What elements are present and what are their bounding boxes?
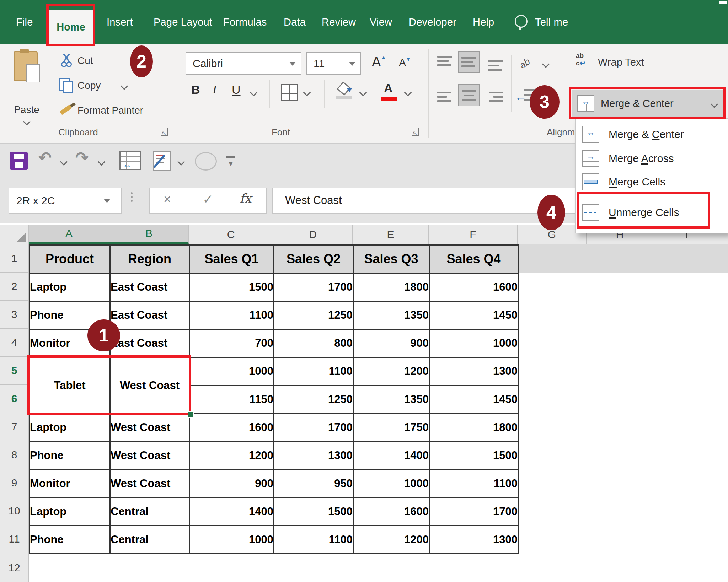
menu-item-merge-cells[interactable]: Merge Cells [576, 171, 728, 193]
cell-E3[interactable]: 1350 [353, 301, 429, 329]
cell-C5[interactable]: 1000 [189, 357, 274, 386]
oval-shape-icon[interactable] [195, 152, 217, 171]
align-center-button[interactable] [459, 85, 479, 106]
enter-icon[interactable]: ✓ [203, 192, 213, 207]
row-header-8[interactable]: 8 [0, 441, 28, 469]
cell-E9[interactable]: 1000 [353, 470, 429, 498]
redo-chevron-icon[interactable] [98, 158, 105, 166]
orientation-button[interactable]: ab [518, 56, 532, 71]
row-header-5[interactable]: 5 [0, 357, 28, 385]
cell-E6[interactable]: 1350 [353, 386, 429, 414]
cell-B7[interactable]: West Coast [110, 414, 189, 442]
menu-item-merge-across[interactable]: → Merge Across [576, 147, 728, 169]
cell-E1[interactable]: Sales Q3 [353, 245, 429, 273]
qat-more-commands-icon[interactable]: ▾ [226, 156, 235, 168]
cell-D3[interactable]: 1250 [274, 301, 353, 329]
row-header-12[interactable]: 12 [0, 553, 28, 582]
italic-button[interactable]: I [213, 83, 216, 96]
cell-C9[interactable]: 900 [189, 470, 274, 498]
font-size-combobox[interactable]: 11 [306, 52, 361, 75]
cell-A10[interactable]: Laptop [30, 498, 110, 526]
edit-form-icon[interactable] [153, 151, 171, 171]
cell-D2[interactable]: 1700 [274, 273, 353, 301]
cell-B4[interactable]: East Coast [110, 329, 189, 357]
cell-B3[interactable]: East Coast [110, 301, 189, 329]
cell-D4[interactable]: 800 [274, 329, 353, 357]
font-dialog-launcher-icon[interactable] [412, 128, 419, 136]
cell-F5[interactable]: 1300 [429, 357, 518, 386]
align-bottom-button[interactable] [485, 53, 506, 74]
cell-E11[interactable]: 1200 [353, 526, 429, 554]
cell-D10[interactable]: 1500 [274, 498, 353, 526]
cell-F3[interactable]: 1450 [429, 301, 518, 329]
paste-button[interactable]: Paste [7, 48, 46, 130]
copy-button[interactable]: Copy [57, 77, 164, 96]
save-icon[interactable] [10, 152, 28, 170]
increase-font-button[interactable]: A▲ [372, 54, 386, 70]
edit-chevron-icon[interactable] [177, 158, 185, 166]
tab-data[interactable]: Data [284, 0, 306, 44]
cell-C11[interactable]: 1000 [189, 526, 274, 554]
column-header-C[interactable]: C [189, 225, 273, 244]
bold-button[interactable]: B [191, 83, 200, 97]
cell-F11[interactable]: 1300 [429, 526, 518, 554]
row-header-4[interactable]: 4 [0, 329, 28, 357]
tab-review[interactable]: Review [322, 0, 356, 44]
cell-D11[interactable]: 1100 [274, 526, 353, 554]
row-header-1[interactable]: 1 [0, 244, 28, 273]
name-box[interactable]: 2R x 2C [9, 188, 122, 214]
column-header-E[interactable]: E [353, 225, 429, 244]
tab-developer[interactable]: Developer [409, 0, 456, 44]
cell-F9[interactable]: 1100 [429, 470, 518, 498]
column-width-icon[interactable]: ↔ [119, 151, 141, 170]
cell-B2[interactable]: East Coast [110, 273, 189, 301]
borders-button[interactable] [281, 84, 298, 101]
cancel-icon[interactable]: × [164, 192, 171, 207]
cell-C7[interactable]: 1600 [189, 414, 274, 442]
redo-icon[interactable]: ↷ [75, 149, 89, 167]
cell-A11[interactable]: Phone [30, 526, 110, 554]
clipboard-dialog-launcher-icon[interactable] [161, 128, 168, 136]
cell-F7[interactable]: 1800 [429, 414, 518, 442]
insert-function-icon[interactable]: fx [240, 191, 252, 206]
row-header-2[interactable]: 2 [0, 273, 28, 301]
select-all-corner[interactable] [0, 225, 29, 244]
align-right-button[interactable] [485, 86, 506, 107]
cell-E2[interactable]: 1800 [353, 273, 429, 301]
cell-C8[interactable]: 1200 [189, 442, 274, 470]
column-header-D[interactable]: D [273, 225, 353, 244]
tab-page-layout[interactable]: Page Layout [154, 0, 212, 44]
wrap-text-button[interactable]: abc↩ Wrap Text [576, 52, 675, 74]
tab-insert[interactable]: Insert [107, 0, 133, 44]
format-painter-button[interactable]: Format Painter [57, 102, 171, 120]
tab-formulas[interactable]: Formulas [223, 0, 267, 44]
tell-me-box[interactable]: Tell me [535, 0, 568, 44]
cell-E5[interactable]: 1200 [353, 357, 429, 386]
cell-A1[interactable]: Product [30, 245, 110, 273]
underline-button[interactable]: U [232, 83, 241, 97]
cell-F6[interactable]: 1450 [429, 386, 518, 414]
cell-E4[interactable]: 900 [353, 329, 429, 357]
align-top-button[interactable] [434, 53, 455, 74]
cell-B9[interactable]: West Coast [110, 470, 189, 498]
column-header-F[interactable]: F [429, 225, 518, 244]
cell-A8[interactable]: Phone [30, 442, 110, 470]
tab-view[interactable]: View [370, 0, 392, 44]
undo-chevron-icon[interactable] [60, 158, 68, 166]
cell-E10[interactable]: 1600 [353, 498, 429, 526]
cell-A9[interactable]: Monitor [30, 470, 110, 498]
decrease-font-button[interactable]: A▼ [399, 56, 411, 69]
cell-C2[interactable]: 1500 [189, 273, 274, 301]
cell-D6[interactable]: 1250 [274, 386, 353, 414]
cell-F2[interactable]: 1600 [429, 273, 518, 301]
row-header-10[interactable]: 10 [0, 497, 28, 525]
cell-D7[interactable]: 1700 [274, 414, 353, 442]
align-left-button[interactable] [434, 86, 455, 107]
cell-D5[interactable]: 1100 [274, 357, 353, 386]
row-header-3[interactable]: 3 [0, 301, 28, 329]
cell-A2[interactable]: Laptop [30, 273, 110, 301]
cell-B1[interactable]: Region [110, 245, 189, 273]
font-color-button[interactable]: A [384, 81, 393, 95]
undo-icon[interactable]: ↶ [38, 149, 52, 167]
tab-help[interactable]: Help [473, 0, 494, 44]
